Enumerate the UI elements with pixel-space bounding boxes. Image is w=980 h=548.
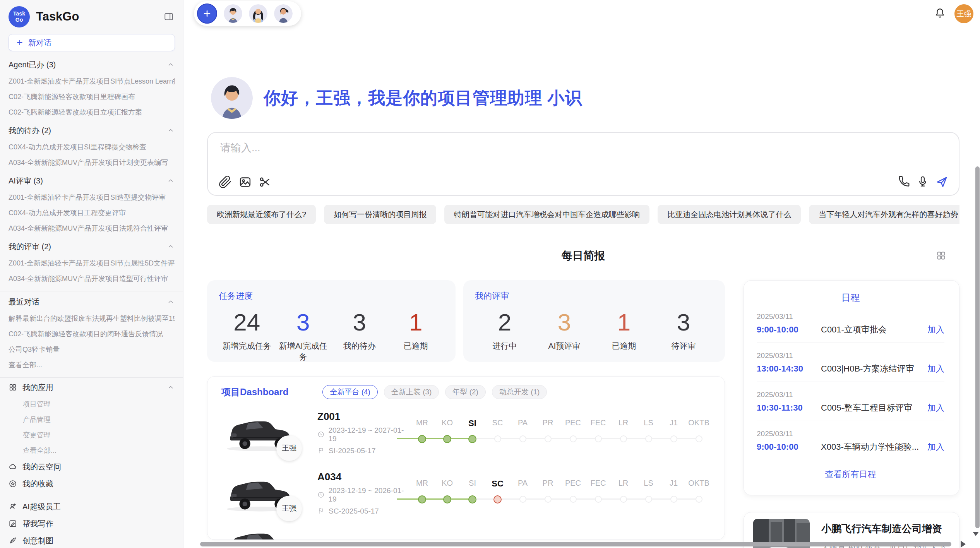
message-input[interactable] — [220, 142, 809, 154]
sidebar-item-creative-draw[interactable]: 创意制图 — [9, 532, 175, 548]
join-button[interactable]: 加入 — [927, 441, 944, 453]
chevron-up-icon — [167, 177, 175, 185]
sidebar-item-favorites[interactable]: 我的收藏 — [9, 475, 175, 492]
user-avatar[interactable]: 王强 — [954, 4, 973, 23]
milestone: MR — [409, 479, 435, 507]
sidebar-item-my-apps[interactable]: 我的应用 — [9, 378, 175, 396]
sidebar-task-item[interactable]: C02-飞腾新能源轻客改款项目里程碑画布 — [9, 89, 175, 104]
milestone: PEC — [560, 418, 586, 447]
section-recent-chats[interactable]: 最近对话 — [9, 293, 175, 311]
filter-pill[interactable]: 动总开发 (1) — [492, 385, 547, 399]
filter-pill[interactable]: 全新上装 (3) — [384, 385, 439, 399]
sidebar-task-item[interactable]: C02-飞腾新能源轻客改款项目立项汇报方案 — [9, 104, 175, 120]
suggestion-chip[interactable]: 比亚迪全固态电池计划具体说了什么 — [658, 205, 801, 224]
project-row[interactable]: 王强 Z001 2023-12-19 ~ 2027-01-19 — [207, 404, 725, 462]
milestone-label: KO — [442, 479, 453, 491]
milestone-label: PR — [543, 418, 553, 431]
avatar[interactable] — [274, 4, 293, 23]
schedule-time: 9:00-10:00 — [757, 325, 821, 335]
sidebar-item-help-write[interactable]: 帮我写作 — [9, 515, 175, 532]
stat-label: 新增AI完成任务 — [275, 341, 332, 362]
schedule-time: 10:30-11:30 — [757, 403, 821, 413]
sidebar-item-cloud-space[interactable]: 我的云空间 — [9, 458, 175, 475]
vertical-scrollbar[interactable] — [975, 166, 980, 528]
sidebar-task-item[interactable]: C0X4-动力总成开发项目SI里程碑提交物检查 — [9, 139, 175, 155]
join-button[interactable]: 加入 — [927, 363, 944, 375]
join-button[interactable]: 加入 — [927, 402, 944, 414]
sidebar-task-item[interactable]: Z001-全新燃油轻卡产品开发项目SI节点属性5D文件评审 — [9, 255, 175, 271]
recent-chat-item[interactable]: 公司Q3轻卡销量 — [9, 342, 175, 357]
chevron-up-icon — [167, 127, 175, 134]
scroll-right-arrow-icon[interactable] — [961, 541, 966, 548]
sidebar-task-item[interactable]: Z001-全新燃油轻卡产品开发项目SI造型提交物评审 — [9, 190, 175, 205]
stat-value: 1 — [594, 306, 654, 339]
milestone: J1 — [661, 479, 686, 507]
app-sub-item[interactable]: 变更管理 — [9, 427, 175, 443]
recent-chat-item[interactable]: C02-飞腾新能源轻客改款项目的闭环通告反馈情况 — [9, 326, 175, 342]
logo-text-line2: Go — [15, 17, 23, 23]
stat: 3 新增AI完成任务 — [275, 306, 332, 362]
suggestion-chip[interactable]: 特朗普可能对进口汽车增税会对中国车企造成哪些影响 — [444, 205, 649, 224]
project-flag-text: SC-2025-05-17 — [329, 507, 379, 515]
avatar[interactable] — [224, 4, 242, 23]
sidebar-task-item[interactable]: A034-全新新能源MUV产品开发项目计划变更表编写 — [9, 155, 175, 170]
logo-text-line1: Task — [13, 10, 25, 17]
sidebar-item-ai-employee[interactable]: AI超级员工 — [9, 498, 175, 515]
project-row[interactable]: 王强 A034 2023-12-19 ~ 2026-01-19 — [207, 464, 725, 522]
sidebar-task-item[interactable]: C0X4-动力总成开发项目工程变更评审 — [9, 205, 175, 221]
section-my-todo[interactable]: 我的待办 (2) — [9, 122, 175, 139]
milestone: MR — [409, 418, 435, 447]
milestone-label: SI — [468, 418, 476, 431]
section-title: 我的待办 (2) — [9, 125, 51, 136]
milestone-dot — [545, 496, 552, 503]
scissors-icon[interactable] — [258, 175, 272, 189]
owner-badge: 王强 — [276, 496, 302, 521]
attachment-icon[interactable] — [219, 175, 232, 189]
sidebar-task-item[interactable]: Z001-全新燃油皮卡产品开发项目SI节点Lesson Learn报告 — [9, 74, 175, 89]
cloud-space-label: 我的云空间 — [22, 462, 61, 472]
new-chat-label: 新对话 — [28, 38, 51, 48]
milestone: LS — [636, 479, 661, 507]
microphone-icon[interactable] — [916, 175, 929, 189]
section-ai-review[interactable]: AI评审 (3) — [9, 172, 175, 190]
app-sub-item[interactable]: 产品管理 — [9, 412, 175, 427]
topbar: 王强 — [183, 0, 980, 26]
suggestion-chip[interactable]: 欧洲新规最近颁布了什么? — [207, 205, 316, 224]
scroll-down-arrow-icon[interactable] — [973, 532, 979, 536]
horizontal-scrollbar[interactable] — [200, 542, 951, 546]
join-button[interactable]: 加入 — [927, 324, 944, 336]
divider — [0, 291, 183, 291]
milestone: KO — [435, 418, 460, 447]
suggestion-chip[interactable]: 当下年轻人对汽车外观有怎样的喜好趋势 — [809, 205, 959, 224]
greeting-text: 你好，王强，我是你的项目管理助理 小识 — [264, 87, 582, 110]
greeting-section: 你好，王强，我是你的项目管理助理 小识 — [211, 77, 959, 119]
filter-pill[interactable]: 年型 (2) — [445, 385, 486, 399]
layout-grid-icon[interactable] — [936, 250, 946, 261]
phone-icon[interactable] — [898, 175, 911, 189]
stat-label: 进行中 — [475, 341, 535, 351]
stat: 3 待评审 — [654, 306, 713, 351]
project-image — [221, 524, 300, 540]
collapse-sidebar-icon[interactable] — [164, 12, 174, 22]
add-button[interactable] — [197, 3, 217, 24]
milestone-dot-area — [686, 491, 711, 507]
sidebar-task-item[interactable]: A034-全新新能源MUV产品开发项目法规符合性评审 — [9, 221, 175, 236]
send-icon[interactable] — [935, 175, 949, 189]
recent-chat-item[interactable]: 查看全部... — [9, 357, 175, 373]
recent-chat-item[interactable]: 解释最新出台的欧盟报废车法规再生塑料比例被调至15%... — [9, 311, 175, 326]
avatar[interactable] — [249, 4, 267, 23]
filter-pill[interactable]: 全新平台 (4) — [322, 385, 378, 399]
suggestion-chip[interactable]: 如何写一份清晰的项目周报 — [324, 205, 436, 224]
new-chat-button[interactable]: 新对话 — [9, 34, 175, 51]
image-icon[interactable] — [238, 175, 252, 189]
quill-icon — [9, 536, 17, 545]
app-sub-item[interactable]: 查看全部... — [9, 443, 175, 458]
notification-bell-icon[interactable] — [934, 7, 946, 19]
milestone-track: MR KO SI SC — [409, 479, 711, 507]
sidebar-task-item[interactable]: A034-全新新能源MUV产品开发项目造型可行性评审 — [9, 271, 175, 286]
app-sub-item[interactable]: 项目管理 — [9, 396, 175, 412]
view-all-schedule-link[interactable]: 查看所有日程 — [757, 460, 944, 489]
section-my-review[interactable]: 我的评审 (2) — [9, 238, 175, 255]
my-apps-label: 我的应用 — [22, 382, 161, 393]
section-agent-done[interactable]: Agent已办 (3) — [9, 56, 175, 74]
